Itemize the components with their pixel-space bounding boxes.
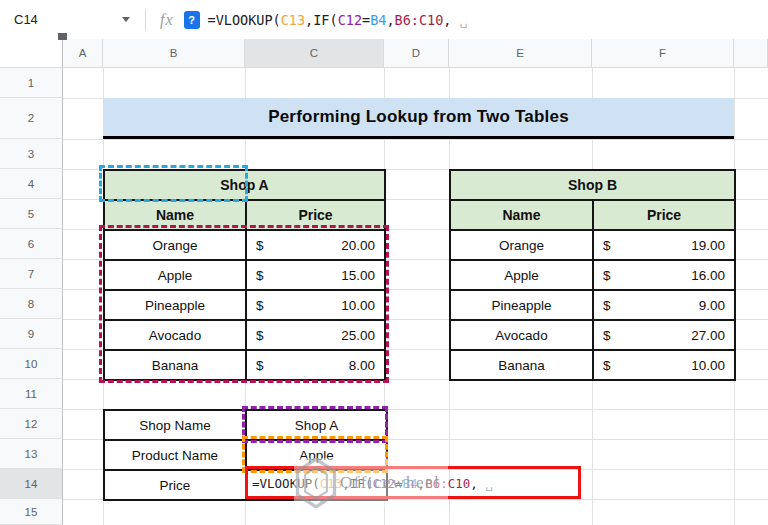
name-box[interactable]: C14: [0, 0, 145, 39]
ref-range-b6c10-outline: [99, 225, 389, 383]
formula-segment: =: [362, 12, 370, 28]
lookup-label-cell[interactable]: Shop Name: [103, 409, 247, 441]
row-header-10[interactable]: 10: [0, 349, 63, 379]
title-banner[interactable]: Performing Lookup from Two Tables: [103, 98, 734, 139]
column-header-c[interactable]: C: [245, 39, 384, 68]
ref-range-b4-outline: [99, 165, 248, 202]
price-cell[interactable]: $9.00: [592, 289, 736, 321]
formula-segment: B4: [370, 12, 386, 28]
column-header-d[interactable]: D: [384, 39, 449, 68]
currency-symbol: $: [603, 298, 611, 313]
formula-segment: C12: [338, 12, 362, 28]
column-header-partial[interactable]: [734, 39, 768, 68]
row-header-13[interactable]: 13: [0, 439, 63, 469]
formula-bar: C14 fx ? =VLOOKUP(C13,IF(C12=B4,B6:C10, …: [0, 0, 768, 40]
name-cell[interactable]: Pineapple: [449, 289, 594, 321]
lookup-label-cell[interactable]: Product Name: [103, 439, 247, 471]
column-header-b[interactable]: B: [103, 39, 245, 68]
row-header-8[interactable]: 8: [0, 289, 63, 319]
name-cell[interactable]: Avocado: [449, 319, 594, 351]
column-header-e[interactable]: E: [449, 39, 592, 68]
name-box-value: C14: [14, 12, 38, 27]
price-value: 10.00: [691, 358, 725, 373]
row-header-7[interactable]: 7: [0, 259, 63, 289]
spreadsheet-app: C14 fx ? =VLOOKUP(C13,IF(C12=B4,B6:C10, …: [0, 0, 768, 525]
currency-symbol: $: [603, 268, 611, 283]
formula-segment: =VLOOKUP(: [208, 12, 281, 28]
price-cell[interactable]: $10.00: [592, 349, 736, 381]
name-cell[interactable]: Orange: [449, 229, 594, 261]
hexagon-logo-icon: [294, 458, 338, 508]
gridline: [63, 139, 768, 140]
formula-segment: ,: [305, 12, 313, 28]
watermark-text: Officewheel: [340, 473, 440, 493]
formula-help-icon[interactable]: ?: [184, 11, 200, 29]
formula-segment: ␣: [460, 12, 468, 28]
row-header-15[interactable]: 15: [0, 499, 63, 525]
name-cell[interactable]: Banana: [449, 349, 594, 381]
currency-symbol: $: [603, 358, 611, 373]
price-header-cell[interactable]: Price: [592, 199, 736, 231]
formula-segment: ,: [443, 12, 459, 28]
chevron-down-icon[interactable]: [122, 17, 130, 22]
formula-input[interactable]: =VLOOKUP(C13,IF(C12=B4,B6:C10, ␣: [208, 12, 468, 28]
row-header-6[interactable]: 6: [0, 229, 63, 259]
currency-symbol: $: [603, 238, 611, 253]
select-all-corner[interactable]: [0, 39, 63, 68]
formula-segment: C13: [281, 12, 305, 28]
watermark: Officewheel: [294, 458, 448, 508]
row-header-3[interactable]: 3: [0, 139, 63, 169]
price-value: 9.00: [699, 298, 725, 313]
row-header-5[interactable]: 5: [0, 199, 63, 229]
fx-icon: fx: [160, 11, 174, 29]
name-header-cell[interactable]: Name: [449, 199, 594, 231]
price-cell[interactable]: $19.00: [592, 229, 736, 261]
shop-title-cell[interactable]: Shop B: [449, 169, 736, 201]
column-header-a[interactable]: A: [63, 39, 103, 68]
lookup-label-cell[interactable]: Price: [103, 469, 247, 501]
row-header-2[interactable]: 2: [0, 98, 63, 139]
name-cell[interactable]: Apple: [449, 259, 594, 291]
row-header-12[interactable]: 12: [0, 409, 63, 439]
price-cell[interactable]: $27.00: [592, 319, 736, 351]
row-header-9[interactable]: 9: [0, 319, 63, 349]
column-header-f[interactable]: F: [592, 39, 734, 68]
formula-segment: ,: [386, 12, 394, 28]
price-value: 16.00: [691, 268, 725, 283]
corner-handle: [58, 33, 67, 40]
row-header-14[interactable]: 14: [0, 469, 63, 499]
row-header-11[interactable]: 11: [0, 379, 63, 409]
price-value: 27.00: [691, 328, 725, 343]
divider: [145, 9, 146, 31]
currency-symbol: $: [603, 328, 611, 343]
row-header-4[interactable]: 4: [0, 169, 63, 199]
price-cell[interactable]: $16.00: [592, 259, 736, 291]
formula-segment: IF(: [313, 12, 337, 28]
price-value: 19.00: [691, 238, 725, 253]
formula-segment: B6:C10: [395, 12, 444, 28]
row-header-1[interactable]: 1: [0, 68, 63, 98]
